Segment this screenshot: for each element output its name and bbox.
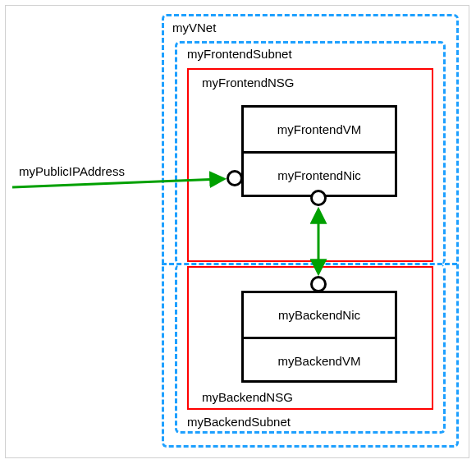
frontend-nsg-label: myFrontendNSG bbox=[202, 76, 295, 90]
vnet-label: myVNet bbox=[172, 21, 216, 34]
frontend-nic-port-bottom-icon bbox=[310, 190, 327, 206]
backend-vm-box: myBackendVM bbox=[244, 337, 395, 380]
public-ip-label: myPublicIPAddress bbox=[19, 164, 125, 178]
backend-stack: myBackendNic myBackendVM bbox=[241, 291, 397, 383]
backend-subnet-label: myBackendSubnet bbox=[187, 415, 291, 429]
frontend-nic-port-left-icon bbox=[227, 170, 243, 186]
frontend-stack: myFrontendVM myFrontendNic bbox=[241, 105, 397, 197]
frontend-subnet-label: myFrontendSubnet bbox=[187, 47, 292, 61]
backend-nic-box: myBackendNic bbox=[244, 293, 395, 337]
frontend-vm-box: myFrontendVM bbox=[244, 108, 395, 151]
frontend-nic-box: myFrontendNic bbox=[244, 151, 395, 195]
backend-nic-port-top-icon bbox=[310, 276, 327, 292]
backend-nsg-label: myBackendNSG bbox=[202, 390, 293, 404]
